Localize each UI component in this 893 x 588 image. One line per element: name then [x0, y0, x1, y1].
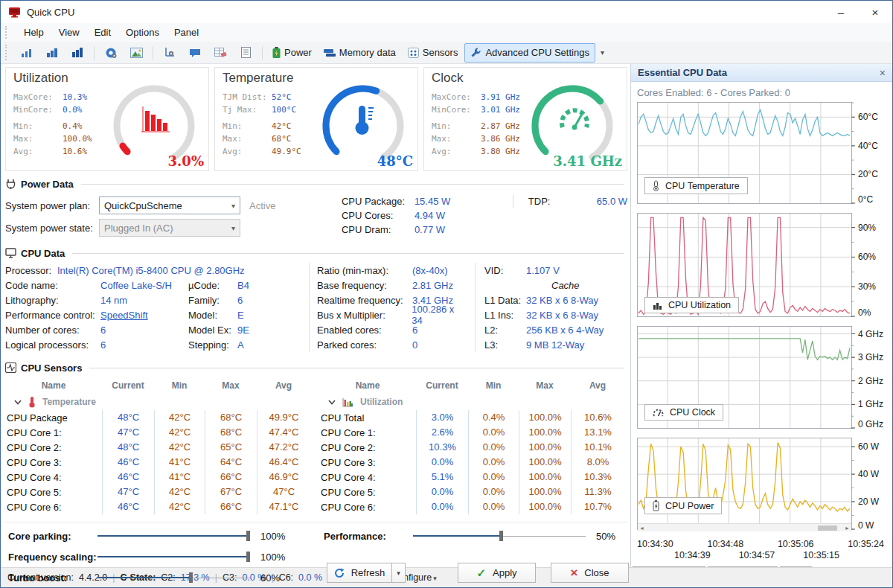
slider-turboboost-track[interactable]: [97, 572, 250, 583]
svg-text:60 W: 60 W: [858, 441, 880, 452]
menubar-grip: [5, 26, 10, 39]
chevron-down-icon: ▾: [231, 202, 235, 210]
table-eraser-icon[interactable]: [208, 44, 232, 62]
bar-chart-icon: [653, 301, 662, 310]
svg-text:1 GHz: 1 GHz: [858, 399, 883, 409]
cpu-data-row: Performance control:SpeedShift Model:E: [5, 307, 309, 322]
memory-icon: [324, 48, 336, 57]
cpu-temperature-legend: CPU Temperature: [644, 177, 748, 194]
table-row: CPU Core 2:48°C42°C65°C47.2°C: [5, 440, 312, 455]
panel-title: Essential CPU Data: [638, 67, 727, 78]
cpu-power-legend: CPU Power: [644, 497, 722, 514]
power-plan-dropdown[interactable]: QuickCpuScheme ▾: [99, 196, 240, 214]
slider-turboboost: Turbo boost: 60%: [8, 570, 280, 585]
refresh-button[interactable]: Refresh: [327, 563, 392, 583]
main-panel: Utilization MaxCore:10.3%MinCore:0.0%Min…: [1, 64, 630, 567]
close-button[interactable]: ×: [858, 1, 892, 23]
axis-settings-icon[interactable]: [158, 44, 182, 62]
cpu-data-row: Bus x Multiplier:100.286 x 34: [317, 307, 467, 322]
chart-small-icon[interactable]: [15, 44, 39, 62]
power-reading-row: CPU Dram:0.77 W: [342, 223, 513, 237]
time-tick: 10:34:57: [739, 550, 775, 560]
close-action-button[interactable]: × Close: [551, 563, 629, 583]
chart-medium-icon[interactable]: [40, 44, 64, 62]
window-title: Quick CPU: [27, 7, 74, 18]
plan-active-status: Active: [249, 200, 275, 211]
cpu-data-row: Ratio (min-max):(8x-40x): [317, 263, 467, 278]
time-tick: 10:34:30: [637, 539, 673, 549]
table-row: CPU Core 1:47°C42°C68°C47.4°C: [5, 425, 312, 440]
battery-icon: [653, 500, 659, 511]
slider-coreparking-track[interactable]: [97, 531, 250, 541]
apply-button[interactable]: ✓ Apply: [458, 563, 536, 583]
temperature-card: Temperature TJM Dist:52°CTj Max:100°CMin…: [214, 67, 418, 171]
menu-item-edit[interactable]: Edit: [87, 25, 118, 40]
cpu-power-chart: 0 W20 W40 W60 W: [637, 438, 890, 530]
monitor-icon: [5, 248, 16, 258]
time-axis: 10:34:3010:34:4810:35:0610:35:24 10:34:3…: [631, 539, 892, 560]
menu-item-view[interactable]: View: [51, 25, 87, 40]
slider-performance-track[interactable]: [413, 531, 586, 541]
slider-frequencyscaling-track[interactable]: [97, 552, 250, 562]
tdp-value: 65.0 W: [597, 196, 627, 207]
controls-section: Core parking: 100% Frequency scaling: 10…: [5, 522, 627, 588]
thermometer-icon: [348, 103, 382, 140]
time-tick: 10:35:24: [848, 539, 884, 549]
chart-hscrollbar[interactable]: ◄ ►: [638, 523, 851, 531]
chart-large-icon[interactable]: [65, 44, 89, 62]
app-icon: [8, 7, 21, 18]
slider-frequencyscaling-handle[interactable]: [246, 552, 250, 562]
quick-cpu-window: Quick CPU – × HelpViewEditOptionsPanel P…: [0, 0, 893, 588]
panel-header: Essential CPU Data ×: [631, 64, 892, 82]
minimize-button[interactable]: –: [824, 1, 858, 23]
slider-performance-handle[interactable]: [499, 531, 503, 541]
menu-bar: HelpViewEditOptionsPanel: [1, 23, 892, 42]
cores-status: Cores Enabled: 6 - Cores Parked: 0: [631, 82, 892, 102]
slider-coreparking-handle[interactable]: [246, 531, 250, 541]
advanced-cpu-settings-button[interactable]: Advanced CPU Settings: [464, 43, 595, 63]
title-bar: Quick CPU – ×: [1, 1, 892, 23]
sensors-button[interactable]: Sensors: [403, 44, 464, 62]
toolbar-overflow-caret[interactable]: ▾: [597, 48, 608, 57]
cpu-data-section: Processor: Intel(R) Core(TM) i5-8400 CPU…: [5, 261, 627, 358]
scroll-left-icon[interactable]: ◄: [639, 525, 644, 531]
table-row: CPU Core 5:0.0%0.0%100.0%11.3%: [319, 485, 626, 499]
svg-text:0°C: 0°C: [858, 194, 873, 204]
sensor-group-row[interactable]: Temperature: [5, 394, 312, 410]
report-icon[interactable]: [234, 44, 257, 62]
memory-data-button[interactable]: Memory data: [319, 44, 401, 62]
svg-text:20 W: 20 W: [858, 496, 880, 507]
cpu-power-chart-block: 0 W20 W40 W60 W CPU Power ◄ ►: [637, 438, 892, 532]
settings-gear-icon[interactable]: [99, 44, 123, 62]
temperature-table: NameCurrentMinMaxAvg Temperature CPU Pac…: [5, 377, 312, 514]
utilization-table: NameCurrentMinMaxAvg Utilization CPU Tot…: [319, 377, 626, 514]
panel-close-icon[interactable]: ×: [880, 67, 886, 79]
scroll-right-icon[interactable]: ►: [845, 525, 850, 531]
temperature-gauge: 48°C: [319, 84, 412, 167]
gauge-value: 3.41 GHz: [553, 153, 622, 169]
table-row: CPU Core 3:0.0%0.0%100.0%8.0%: [319, 455, 626, 470]
speedshift-link[interactable]: SpeedShift: [100, 310, 188, 321]
menu-item-options[interactable]: Options: [118, 25, 167, 40]
slider-turboboost-handle[interactable]: [189, 572, 193, 583]
image-icon[interactable]: [124, 44, 148, 62]
svg-text:40 W: 40 W: [858, 469, 880, 479]
processor-value: Intel(R) Core(TM) i5-8400 CPU @ 2.80GHz: [57, 265, 245, 276]
table-row: CPU Core 4:5.1%0.0%100.0%10.3%: [319, 470, 626, 485]
cpu-clock-chart-block: 0 GHz1 GHz2 GHz3 GHz4 GHz CPU Clock: [637, 326, 892, 431]
scrollbar-thumb[interactable]: [818, 525, 837, 531]
cpu-data-row: Base frequency:2.81 GHz: [317, 278, 467, 293]
utilization-card: Utilization MaxCore:10.3%MinCore:0.0%Min…: [5, 67, 209, 171]
power-state-label: System power state:: [5, 223, 99, 234]
svg-text:0 W: 0 W: [858, 520, 874, 530]
gauge-value: 48°C: [377, 153, 413, 169]
refresh-dropdown-caret[interactable]: ▾: [392, 563, 406, 583]
comment-icon[interactable]: [183, 44, 207, 62]
toolbar: Power Memory data Sensors Advanced CPU S…: [1, 42, 892, 64]
power-plan-label: System power plan:: [5, 200, 99, 211]
bar-chart-icon: [342, 397, 353, 407]
power-button[interactable]: Power: [267, 44, 317, 62]
menu-item-help[interactable]: Help: [16, 25, 51, 40]
sensor-group-row[interactable]: Utilization: [319, 394, 626, 410]
menu-item-panel[interactable]: Panel: [167, 25, 206, 40]
